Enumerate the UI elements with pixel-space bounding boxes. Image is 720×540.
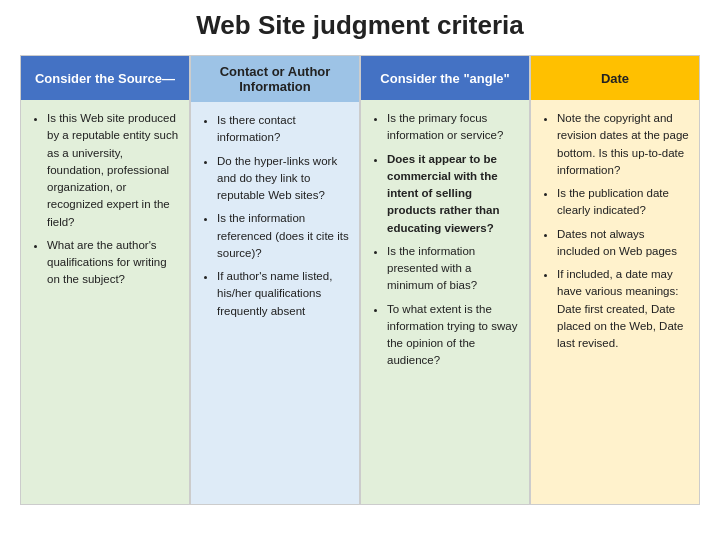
- column-1: Contact or Author InformationIs there co…: [190, 55, 360, 505]
- column-3: DateNote the copyright and revision date…: [530, 55, 700, 505]
- page: Web Site judgment criteria Consider the …: [0, 0, 720, 540]
- column-2: Consider the "angle"Is the primary focus…: [360, 55, 530, 505]
- column-header-1: Contact or Author Information: [191, 56, 359, 102]
- column-header-2: Consider the "angle": [361, 56, 529, 100]
- list-item: What are the author's qualifications for…: [47, 237, 179, 289]
- list-item: Is the publication date clearly indicate…: [557, 185, 689, 220]
- list-item: Is this Web site produced by a reputable…: [47, 110, 179, 231]
- list-item: Do the hyper-links work and do they link…: [217, 153, 349, 205]
- list-item: If included, a date may have various mea…: [557, 266, 689, 352]
- criteria-grid: Consider the Source—Is this Web site pro…: [20, 55, 700, 505]
- column-body-2: Is the primary focus information or serv…: [361, 100, 529, 504]
- list-item: To what extent is the information trying…: [387, 301, 519, 370]
- list-item: Dates not always included on Web pages: [557, 226, 689, 261]
- column-body-0: Is this Web site produced by a reputable…: [21, 100, 189, 504]
- list-item: Does it appear to be commercial with the…: [387, 151, 519, 237]
- column-body-3: Note the copyright and revision dates at…: [531, 100, 699, 504]
- column-header-0: Consider the Source—: [21, 56, 189, 100]
- column-0: Consider the Source—Is this Web site pro…: [20, 55, 190, 505]
- list-item: Note the copyright and revision dates at…: [557, 110, 689, 179]
- list-item: If author's name listed, his/her qualifi…: [217, 268, 349, 320]
- page-title: Web Site judgment criteria: [20, 10, 700, 41]
- list-item: Is the primary focus information or serv…: [387, 110, 519, 145]
- column-body-1: Is there contact information?Do the hype…: [191, 102, 359, 504]
- list-item: Is the information presented with a mini…: [387, 243, 519, 295]
- list-item: Is the information referenced (does it c…: [217, 210, 349, 262]
- column-header-3: Date: [531, 56, 699, 100]
- list-item: Is there contact information?: [217, 112, 349, 147]
